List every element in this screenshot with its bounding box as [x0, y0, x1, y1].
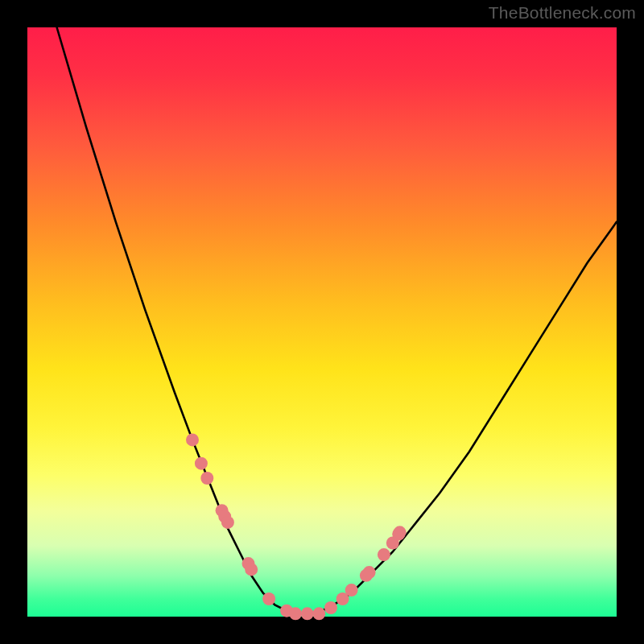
data-marker	[262, 592, 275, 605]
bottleneck-curve	[57, 27, 617, 613]
data-marker	[301, 607, 314, 620]
data-marker	[195, 457, 208, 470]
data-marker	[312, 607, 325, 620]
data-marker	[363, 566, 376, 579]
data-marker	[289, 607, 302, 620]
data-marker	[394, 526, 407, 539]
data-marker	[345, 584, 358, 597]
data-marker	[245, 563, 258, 576]
data-marker	[186, 433, 199, 446]
plot-area	[27, 27, 617, 617]
marker-group	[186, 433, 407, 620]
chart-svg	[27, 27, 617, 617]
data-marker	[200, 472, 213, 485]
data-marker	[324, 601, 337, 614]
outer-frame: TheBottleneck.com	[0, 0, 644, 644]
watermark-text: TheBottleneck.com	[489, 3, 636, 23]
data-marker	[221, 516, 234, 529]
data-marker	[378, 548, 390, 561]
